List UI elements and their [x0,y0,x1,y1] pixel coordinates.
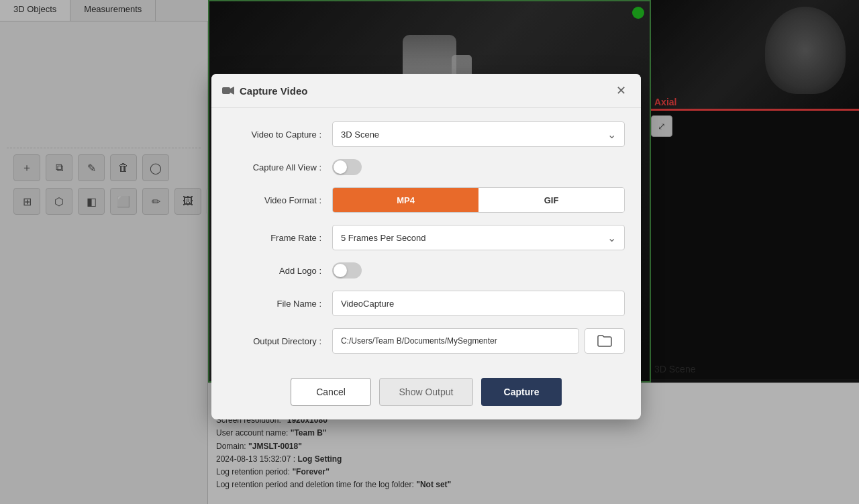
toggle-knob [334,160,347,174]
format-gif-button[interactable]: GIF [478,188,624,212]
video-to-capture-control: 3D Scene ⌄ [332,121,625,147]
output-directory-input[interactable] [332,328,579,354]
dialog-title: Capture Video [240,85,307,97]
show-output-button[interactable]: Show Output [379,378,473,406]
add-logo-label: Add Logo : [228,266,321,276]
video-dropdown-arrow-icon: ⌄ [607,128,616,141]
file-name-row: File Name : [228,291,625,316]
browse-directory-button[interactable] [585,328,625,354]
format-toggle-group: MP4 GIF [332,187,625,213]
frame-rate-label: Frame Rate : [228,233,321,243]
output-directory-label: Output Directory : [228,336,321,346]
video-camera-icon [222,86,234,95]
output-directory-row: Output Directory : [228,328,625,354]
dialog-header: Capture Video ✕ [211,74,641,108]
dialog-close-button[interactable]: ✕ [612,82,630,99]
dialog-title-row: Capture Video [222,85,307,97]
dialog-body: Video to Capture : 3D Scene ⌄ Capture Al… [211,108,641,367]
add-logo-toggle[interactable] [332,262,362,279]
add-logo-control [332,262,625,279]
frame-rate-value: 5 Frames Per Second [341,233,425,243]
frame-rate-row: Frame Rate : 5 Frames Per Second ⌄ [228,225,625,250]
frame-rate-dropdown[interactable]: 5 Frames Per Second ⌄ [332,225,625,250]
video-format-control: MP4 GIF [332,187,625,213]
capture-video-dialog: Capture Video ✕ Video to Capture : 3D Sc… [211,74,641,419]
modal-overlay: Capture Video ✕ Video to Capture : 3D Sc… [0,0,859,504]
file-name-input[interactable] [332,291,625,316]
output-directory-control [332,328,625,354]
svg-rect-0 [222,87,230,94]
video-format-row: Video Format : MP4 GIF [228,187,625,213]
svg-marker-1 [230,87,234,95]
format-mp4-button[interactable]: MP4 [333,188,478,212]
capture-all-view-control [332,159,625,175]
file-name-label: File Name : [228,299,321,309]
video-to-capture-value: 3D Scene [341,130,379,140]
capture-all-view-toggle[interactable] [332,159,362,175]
cancel-button[interactable]: Cancel [291,378,371,406]
capture-all-view-label: Capture All View : [228,162,321,172]
directory-input-row [332,328,625,354]
video-to-capture-dropdown[interactable]: 3D Scene ⌄ [332,121,625,147]
video-to-capture-row: Video to Capture : 3D Scene ⌄ [228,121,625,147]
dialog-footer: Cancel Show Output Capture [211,367,641,419]
frame-rate-control: 5 Frames Per Second ⌄ [332,225,625,250]
capture-button[interactable]: Capture [481,378,562,406]
folder-icon [597,335,612,347]
video-to-capture-label: Video to Capture : [228,130,321,140]
add-logo-row: Add Logo : [228,262,625,279]
file-name-control [332,291,625,316]
add-logo-toggle-knob [334,264,347,277]
frame-rate-dropdown-arrow-icon: ⌄ [607,232,616,244]
capture-all-view-row: Capture All View : [228,159,625,175]
video-format-label: Video Format : [228,195,321,205]
